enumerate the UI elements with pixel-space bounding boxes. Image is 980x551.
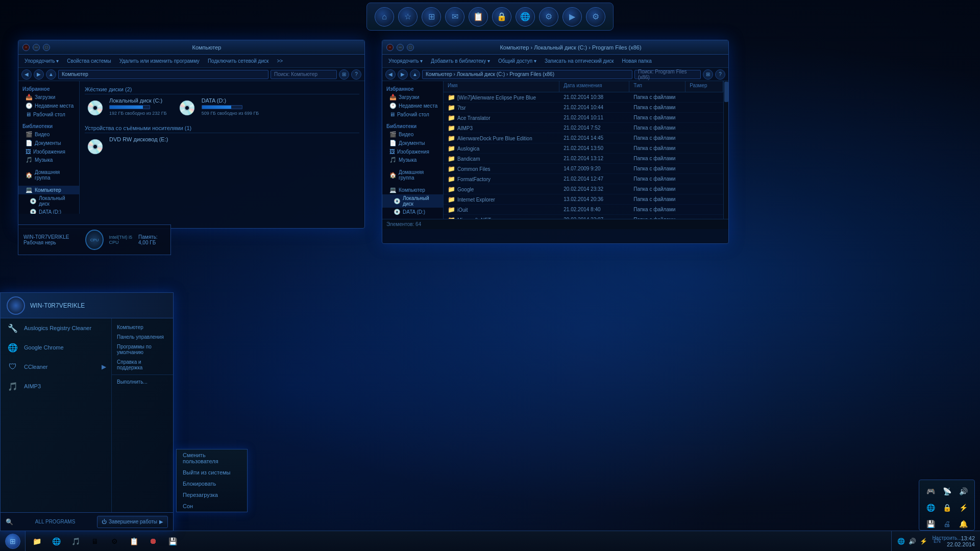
file-row[interactable]: 📁Microsoft .NET 20.02.2014 23:07 Папка с…	[444, 215, 723, 219]
power-logout[interactable]: Выйти из системы	[177, 467, 247, 478]
start-item-aimp[interactable]: 🎵 AIMP3	[1, 377, 111, 396]
power-sleep[interactable]: Сон	[177, 500, 247, 512]
nav-forward-1[interactable]: ▶	[34, 69, 44, 80]
file-row[interactable]: 📁Common Files 14.07.2009 9:20 Папка с фа…	[444, 164, 723, 174]
view-toggle-2[interactable]: ⊞	[703, 69, 713, 80]
systray-icon-1[interactable]: 🎮	[923, 484, 938, 498]
toolbar-share[interactable]: Общий доступ ▾	[495, 57, 540, 65]
file-row[interactable]: 📁Ace Translator 21.02.2014 10:11 Папка с…	[444, 113, 723, 123]
systray-icon-8[interactable]: 🖨	[940, 517, 954, 531]
start-button[interactable]: ⊞	[0, 531, 26, 552]
search-bar-1[interactable]: Поиск: Компьютер	[271, 70, 337, 79]
power-switch-user[interactable]: Сменить пользователя	[177, 449, 247, 467]
toolbar-sysprop[interactable]: Свойства системы	[64, 57, 114, 65]
sidebar-item-images-1[interactable]: 🖼 Изображения	[18, 147, 79, 156]
search-area[interactable]: 🔍	[6, 518, 13, 525]
nav-forward-2[interactable]: ▶	[398, 69, 408, 80]
file-row[interactable]: 📁AIMP3 21.02.2014 7:52 Папка с файлами	[444, 123, 723, 133]
toolbar-more-1[interactable]: >>	[274, 57, 286, 65]
sidebar-item-recent-1[interactable]: 🕐 Недавние места	[18, 102, 79, 110]
systray-icon-5[interactable]: 🔒	[940, 500, 954, 515]
sidebar-item-desktop-1[interactable]: 🖥 Рабочий стол	[18, 110, 79, 118]
file-row[interactable]: 📁Internet Explorer 13.02.2014 20:36 Папк…	[444, 194, 723, 205]
file-row[interactable]: 📁Bandicam 21.02.2014 13:12 Папка с файла…	[444, 154, 723, 164]
drive-d[interactable]: 💿 DATA (D:) 509 ГБ свободно из 699 ГБ	[177, 97, 259, 118]
close-button-2[interactable]: ×	[386, 44, 394, 51]
nav-back-2[interactable]: ◀	[385, 69, 396, 80]
sidebar-item-computer-1[interactable]: 💻 Компьютер	[18, 186, 79, 194]
systray-icon-3[interactable]: 🔊	[956, 484, 970, 498]
toolbar-newfolder[interactable]: Новая папка	[619, 57, 654, 65]
start-right-help[interactable]: Справка и поддержка	[112, 357, 173, 372]
systray-icon-4[interactable]: 🌐	[923, 500, 938, 515]
systray-configure-btn[interactable]: Настроить...	[923, 534, 970, 542]
sidebar-item-recent-2[interactable]: 🕐 Недавние места	[382, 102, 443, 110]
tray-volume[interactable]: 🔊	[908, 537, 916, 545]
address-bar-1[interactable]: Компьютер	[58, 70, 268, 79]
drive-c[interactable]: 💿 Локальный диск (C:) 192 ГБ свободно из…	[85, 97, 167, 118]
help-btn-1[interactable]: ?	[351, 69, 361, 80]
minimize-button-2[interactable]: ─	[397, 44, 404, 51]
maximize-button-2[interactable]: □	[407, 44, 414, 51]
file-row[interactable]: 📁7tsr 21.02.2014 10:44 Папка с файлами	[444, 103, 723, 113]
taskbar-item-record[interactable]: ⏺	[144, 533, 162, 549]
toolbar-btn-2[interactable]: ☆	[398, 7, 418, 27]
sidebar-item-homegroup-1[interactable]: 🏠 Домашняя группа	[18, 168, 79, 182]
sidebar-ddrive-2[interactable]: 💿 DATA (D:)	[382, 208, 443, 216]
sidebar-item-music-1[interactable]: 🎵 Музыка	[18, 156, 79, 164]
toolbar-organize-1[interactable]: Упорядочить ▾	[21, 57, 62, 65]
toolbar-btn-3[interactable]: ⊞	[422, 7, 441, 27]
col-name[interactable]: Имя	[444, 81, 559, 92]
toolbar-organize-2[interactable]: Упорядочить ▾	[385, 57, 426, 65]
minimize-button-1[interactable]: ─	[33, 44, 40, 51]
systray-icon-7[interactable]: 💾	[923, 517, 938, 531]
toolbar-library[interactable]: Добавить в библиотеку ▾	[428, 57, 493, 65]
toolbar-btn-4[interactable]: ✉	[445, 7, 464, 27]
taskbar-item-1[interactable]: 📁	[28, 533, 46, 549]
nav-up-1[interactable]: ▲	[46, 69, 56, 80]
sidebar-item-cdrive-1[interactable]: 💿 Локальный диск	[18, 194, 79, 208]
toolbar-btn-8[interactable]: ⚙	[539, 7, 558, 27]
start-item-chrome[interactable]: 🌐 Google Chrome	[1, 338, 111, 357]
nav-up-2[interactable]: ▲	[410, 69, 420, 80]
sidebar-item-desktop-2[interactable]: 🖥 Рабочий стол	[382, 110, 443, 118]
file-row[interactable]: 📁Google 20.02.2014 23:32 Папка с файлами	[444, 184, 723, 194]
help-btn-2[interactable]: ?	[715, 69, 725, 80]
toolbar-btn-1[interactable]: ⌂	[375, 7, 394, 27]
dvd-drive[interactable]: 💿 DVD RW дисковод (E:)	[85, 136, 359, 157]
sidebar-music-2[interactable]: 🎵 Музыка	[382, 156, 443, 164]
start-item-auslogics[interactable]: 🔧 Auslogics Registry Cleaner	[1, 318, 111, 338]
systray-icon-9[interactable]: 🔔	[956, 517, 970, 531]
sidebar-images-2[interactable]: 🖼 Изображения	[382, 147, 443, 156]
power-lock[interactable]: Блокировать	[177, 478, 247, 489]
sidebar-cdrive-2[interactable]: 💿 Локальный диск	[382, 194, 443, 208]
address-bar-2[interactable]: Компьютер › Локальный диск (C:) › Progra…	[422, 70, 632, 79]
maximize-button-1[interactable]: □	[43, 44, 50, 51]
file-row[interactable]: 📁FormatFactory 21.02.2014 12:47 Папка с …	[444, 174, 723, 184]
taskbar-item-4[interactable]: 🖥	[86, 533, 104, 549]
tray-network[interactable]: 🌐	[897, 537, 905, 545]
sidebar-item-downloads-2[interactable]: 📥 Загрузки	[382, 93, 443, 102]
file-row[interactable]: 📁iOuit 21.02.2014 8:40 Папка с файлами	[444, 205, 723, 215]
taskbar-item-3[interactable]: 🎵	[66, 533, 85, 549]
col-size[interactable]: Размер	[685, 81, 723, 92]
view-toggle-1[interactable]: ⊞	[339, 69, 349, 80]
start-right-computer[interactable]: Компьютер	[112, 322, 173, 332]
start-item-ccleaner[interactable]: 🛡 CCleaner ▶	[1, 357, 111, 377]
sidebar-item-docs-1[interactable]: 📄 Документы	[18, 139, 79, 147]
systray-icon-2[interactable]: 📡	[940, 484, 954, 498]
start-right-control[interactable]: Панель управления	[112, 332, 173, 342]
sidebar-docs-2[interactable]: 📄 Документы	[382, 139, 443, 147]
all-programs-link[interactable]: ALL PROGRAMS	[35, 519, 76, 524]
file-row[interactable]: 📁AlienwareDock Pure Blue Edition 21.02.2…	[444, 133, 723, 143]
sidebar-computer-2[interactable]: 💻 Компьютер	[382, 186, 443, 194]
taskbar-item-6[interactable]: 📋	[125, 533, 143, 549]
systray-icon-6[interactable]: ⚡	[956, 500, 970, 515]
toolbar-btn-9[interactable]: ▶	[562, 7, 582, 27]
start-right-run[interactable]: Выполнить...	[112, 377, 173, 387]
close-button-1[interactable]: ×	[22, 44, 30, 51]
file-row[interactable]: 📁[Win7]Alienware Eclipse Pure Blue 21.02…	[444, 92, 723, 103]
sidebar-item-downloads-1[interactable]: 📥 Загрузки	[18, 93, 79, 102]
toolbar-btn-5[interactable]: 📋	[469, 7, 488, 27]
toolbar-mapdrv[interactable]: Подключить сетевой диск	[205, 57, 272, 65]
